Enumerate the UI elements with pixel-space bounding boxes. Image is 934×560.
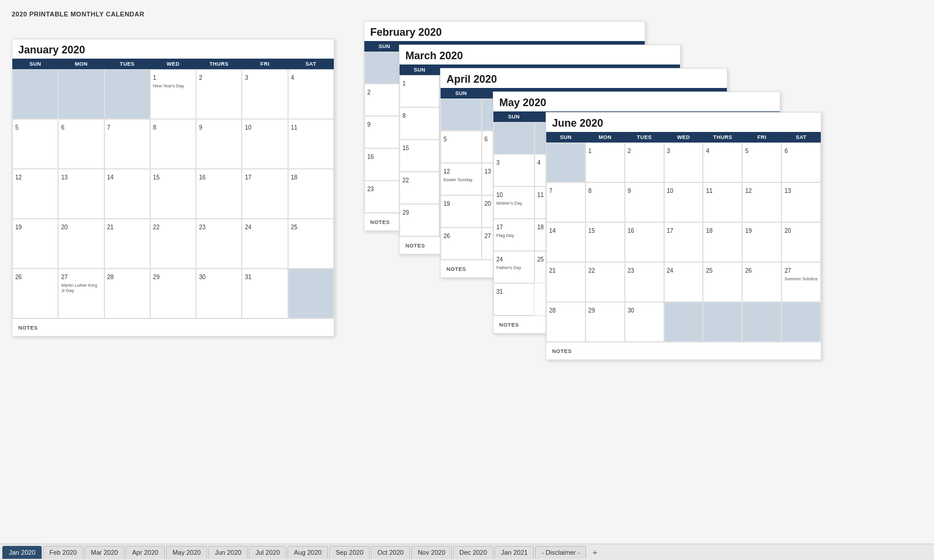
jan-hdr-sun: SUN (12, 59, 58, 69)
jan-cell-1: 1New Year's Day (150, 69, 196, 119)
jan-hdr-mon: MON (58, 59, 104, 69)
jan-cell-5: 5 (12, 119, 58, 169)
jan-cell-17: 17 (242, 169, 287, 219)
jan-cell-29: 29 (150, 269, 196, 318)
jan-cell-22: 22 (150, 219, 196, 269)
jan-cell-19: 19 (12, 219, 58, 269)
tab-may2020[interactable]: May 2020 (166, 546, 207, 559)
calendar-june: June 2020 SUN MON TUES WED THURS FRI SAT… (546, 112, 821, 360)
tab-aug2020[interactable]: Aug 2020 (287, 546, 328, 559)
jan-cell-4: 4 (288, 69, 334, 119)
jan-cell-7: 7 (104, 119, 150, 169)
jan-notes: NOTES (12, 318, 334, 336)
jan-grid: 1New Year's Day 2 3 4 5 6 7 8 9 10 11 12… (12, 69, 334, 318)
jan-cell-10: 10 (242, 119, 287, 169)
tab-jan2021[interactable]: Jan 2021 (495, 546, 534, 559)
tab-apr2020[interactable]: Apr 2020 (126, 546, 165, 559)
jan-header: SUN MON TUES WED THURS FRI SAT (12, 59, 334, 69)
tab-jul2020[interactable]: Jul 2020 (249, 546, 286, 559)
calendar-january: January 2020 SUN MON TUES WED THURS FRI … (12, 39, 334, 337)
mar-title: March 2020 (400, 45, 680, 65)
apr-title: April 2020 (441, 69, 727, 88)
jan-cell-r1c2 (58, 69, 104, 119)
jan-title: January 2020 (12, 39, 334, 59)
jan-cell-r5c7 (288, 269, 334, 318)
tab-oct2020[interactable]: Oct 2020 (371, 546, 410, 559)
feb-title: February 2020 (364, 22, 645, 41)
jan-cell-9: 9 (196, 119, 242, 169)
tab-bar: Jan 2020 Feb 2020 Mar 2020 Apr 2020 May … (0, 544, 934, 560)
jan-cell-13: 13 (58, 169, 104, 219)
jan-cell-16: 16 (196, 169, 242, 219)
jan-cell-21: 21 (104, 219, 150, 269)
jan-cell-18: 18 (288, 169, 334, 219)
jan-cell-30: 30 (196, 269, 242, 318)
jan-cell-25: 25 (288, 219, 334, 269)
jan-cell-28: 28 (104, 269, 150, 318)
jan-cell-6: 6 (58, 119, 104, 169)
calendars-area: January 2020 SUN MON TUES WED THURS FRI … (12, 21, 922, 537)
tab-nov2020[interactable]: Nov 2020 (411, 546, 452, 559)
jan-cell-26: 26 (12, 269, 58, 318)
jan-cell-r1c1 (12, 69, 58, 119)
jan-cell-31: 31 (242, 269, 287, 318)
tab-add-button[interactable]: + (588, 546, 601, 559)
jan-cell-3: 3 (242, 69, 287, 119)
jan-cell-23: 23 (196, 219, 242, 269)
jan-cell-2: 2 (196, 69, 242, 119)
jan-cell-27: 27Martin Luther King Jr Day (58, 269, 104, 318)
jun-notes: NOTES (546, 342, 821, 359)
jan-hdr-thu: THURS (196, 59, 242, 69)
tab-dec2020[interactable]: Dec 2020 (453, 546, 493, 559)
tab-jun2020[interactable]: Jun 2020 (208, 546, 248, 559)
tab-jan2020[interactable]: Jan 2020 (2, 546, 42, 559)
jan-cell-8: 8 (150, 119, 196, 169)
jan-hdr-sat: SAT (288, 59, 334, 69)
tab-sep2020[interactable]: Sep 2020 (329, 546, 370, 559)
jan-cell-r1c3 (104, 69, 150, 119)
page-title: 2020 PRINTABLE MONTHLY CALENDAR (12, 11, 922, 18)
jun-grid: 1 2 3 4 5 6 7 8 9 10 11 12 13 14 15 16 1… (546, 142, 821, 342)
jun-title: June 2020 (546, 113, 821, 132)
jan-cell-20: 20 (58, 219, 104, 269)
jan-hdr-tue: TUES (104, 59, 150, 69)
tab-disclaimer[interactable]: - Disclaimer - (535, 546, 586, 559)
jan-cell-24: 24 (242, 219, 287, 269)
jun-header: SUN MON TUES WED THURS FRI SAT (546, 132, 821, 142)
tab-mar2020[interactable]: Mar 2020 (84, 546, 124, 559)
jan-cell-11: 11 (288, 119, 334, 169)
tab-feb2020[interactable]: Feb 2020 (43, 546, 83, 559)
main-content: 2020 PRINTABLE MONTHLY CALENDAR January … (0, 0, 934, 544)
may-title: May 2020 (493, 92, 780, 111)
jan-hdr-wed: WED (150, 59, 196, 69)
jan-cell-15: 15 (150, 169, 196, 219)
jan-cell-14: 14 (104, 169, 150, 219)
jan-cell-12: 12 (12, 169, 58, 219)
jan-hdr-fri: FRI (242, 59, 287, 69)
